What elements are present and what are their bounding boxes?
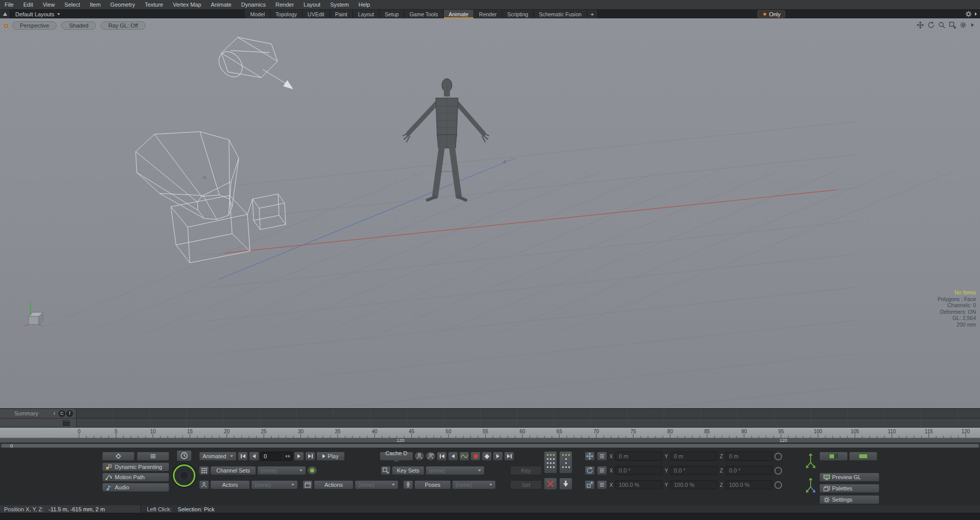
tab-model[interactable]: Model [245, 10, 270, 18]
auto-key-toggle[interactable] [173, 464, 195, 487]
record-button[interactable] [470, 452, 481, 461]
position-channels-button[interactable] [597, 452, 607, 461]
viewport-3d[interactable]: -x -z [0, 18, 980, 408]
step-forward-key-button[interactable] [493, 452, 503, 461]
position-mode-button[interactable] [585, 452, 595, 461]
dopesheet-button[interactable] [544, 451, 557, 474]
tab-game-tools[interactable]: Game Tools [405, 10, 444, 18]
tab-render[interactable]: Render [474, 10, 502, 18]
set-button[interactable]: Set [510, 480, 542, 489]
actor-lock-icon-button[interactable] [425, 452, 436, 461]
actor-pose-icon-button[interactable] [414, 452, 424, 461]
channel-haul-button[interactable] [137, 452, 169, 461]
play-button[interactable]: Play [316, 452, 345, 461]
key-button[interactable]: Key [510, 466, 542, 475]
tab-scripting[interactable]: Scripting [502, 10, 534, 18]
orbit-view-icon[interactable] [927, 21, 935, 29]
menu-file[interactable]: File [5, 2, 14, 8]
rotation-x-field[interactable]: 0.0 ° [615, 466, 662, 475]
previous-frame-button[interactable] [249, 452, 259, 461]
scale-mode-button[interactable] [585, 480, 595, 489]
cache-deformers-button[interactable]: Cache D ... [380, 452, 413, 461]
add-key-button[interactable] [482, 452, 492, 461]
poses-button[interactable]: Poses [414, 480, 451, 489]
tab-setup[interactable]: Setup [380, 10, 404, 18]
viewport-menu-icon[interactable] [4, 24, 8, 28]
zoom-view-icon[interactable] [938, 21, 945, 29]
rotation-z-field[interactable]: 0.0 ° [725, 466, 772, 475]
tab-layout[interactable]: Layout [353, 10, 380, 18]
menu-edit[interactable]: Edit [23, 2, 33, 8]
rotation-mode-button[interactable] [585, 466, 595, 475]
scale-y-field[interactable]: 100.0 % [670, 480, 717, 489]
menu-view[interactable]: View [43, 2, 55, 8]
palettes-button[interactable]: Palettes [819, 484, 880, 493]
menu-system[interactable]: System [330, 2, 349, 8]
only-toggle[interactable]: ★ Only [758, 10, 785, 18]
actions-button[interactable]: Actions [314, 480, 354, 489]
actors-dropdown[interactable]: (none) [251, 480, 298, 489]
poses-dropdown[interactable]: (none) [452, 480, 496, 489]
poses-icon-button[interactable] [403, 480, 413, 489]
previous-key-button[interactable] [437, 452, 447, 461]
scale-reset-button[interactable] [774, 481, 782, 489]
layout-split-button[interactable] [819, 452, 848, 461]
shading-mode-button[interactable]: Shaded [61, 21, 96, 30]
chevron-right-icon[interactable] [974, 11, 978, 17]
menu-texture[interactable]: Texture [145, 2, 163, 8]
channel-sets-button[interactable]: Channel Sets [210, 466, 256, 475]
menu-item[interactable]: Item [90, 2, 100, 8]
default-layouts-dropdown[interactable]: Default Layouts [10, 10, 65, 18]
fcurve-edit-button[interactable] [459, 452, 469, 461]
go-to-start-button[interactable] [238, 452, 248, 461]
next-key-button[interactable] [504, 452, 514, 461]
frame-spinner[interactable] [283, 452, 292, 460]
actions-dropdown[interactable]: (none) [355, 480, 398, 489]
position-reset-button[interactable] [774, 453, 782, 460]
timeline-track[interactable] [77, 418, 980, 428]
key-sets-icon-button[interactable] [381, 466, 391, 475]
menu-geometry[interactable]: Geometry [110, 2, 135, 8]
actors-icon-button[interactable] [199, 480, 209, 489]
menu-layout[interactable]: Layout [304, 2, 320, 8]
preview-gl-button[interactable]: Preview GL [819, 473, 880, 482]
current-frame-field[interactable]: 0 [260, 452, 293, 461]
clapper-icon[interactable] [63, 420, 70, 426]
channel-sets-dropdown[interactable]: (none) [257, 466, 306, 475]
axis-gizmo-icon[interactable] [805, 452, 816, 473]
timeline-ruler[interactable]: 0510152025303540455055606570758085909510… [0, 428, 980, 438]
view-mode-button[interactable]: Perspective [12, 21, 57, 30]
summary-track[interactable] [77, 409, 980, 418]
gear-icon[interactable] [965, 11, 972, 17]
info-toggle[interactable]: i [51, 410, 58, 417]
step-back-key-button[interactable] [448, 452, 458, 461]
menu-help[interactable]: Help [359, 2, 370, 8]
delete-key-button[interactable] [544, 478, 557, 490]
actions-icon-button[interactable] [303, 480, 313, 489]
position-z-field[interactable]: 0 m [725, 452, 772, 461]
keyframe-tools-button[interactable] [102, 452, 135, 461]
channels-toggle[interactable]: C [59, 410, 65, 417]
track-view-button[interactable] [559, 451, 572, 474]
menu-vertex-map[interactable]: Vertex Map [173, 2, 202, 8]
menu-select[interactable]: Select [64, 2, 80, 8]
position-x-field[interactable]: 0 m [615, 452, 662, 461]
dynamic-parenting-button[interactable]: Dynamic Parenting [102, 462, 169, 472]
viewport-settings-icon[interactable] [960, 21, 967, 29]
viewport-expand-icon[interactable] [970, 22, 975, 28]
tab-animate[interactable]: Animate [444, 10, 474, 18]
tab-paint[interactable]: Paint [330, 10, 353, 18]
region-zoom-icon[interactable] [949, 21, 956, 29]
scale-z-field[interactable]: 100.0 % [725, 480, 772, 489]
layout-full-button[interactable] [849, 452, 877, 461]
motion-path-button[interactable]: Motion Path [102, 473, 169, 482]
rotation-reset-button[interactable] [774, 467, 782, 475]
layouts-home-icon[interactable] [0, 10, 10, 18]
key-sets-dropdown[interactable]: (none) [425, 466, 485, 475]
pan-view-icon[interactable] [917, 21, 924, 29]
menu-animate[interactable]: Animate [211, 2, 231, 8]
next-frame-button[interactable] [294, 452, 304, 461]
rotation-channels-button[interactable] [597, 466, 607, 475]
add-tab-button[interactable]: + [587, 10, 598, 18]
position-y-field[interactable]: 0 m [670, 452, 717, 461]
